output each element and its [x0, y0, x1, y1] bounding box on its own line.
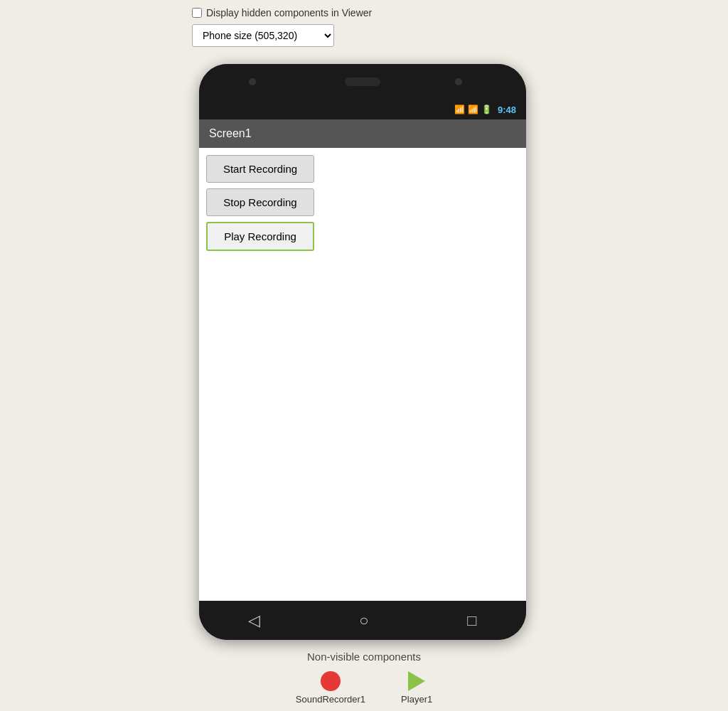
non-visible-title: Non-visible components	[0, 651, 728, 663]
home-nav-icon[interactable]: ○	[359, 611, 368, 630]
non-visible-section: Non-visible components SoundRecorder1 Pl…	[0, 651, 728, 705]
signal-icon: 📶	[468, 105, 478, 114]
phone-speaker-icon	[345, 77, 380, 86]
recent-nav-icon[interactable]: □	[467, 611, 476, 630]
back-nav-icon[interactable]: ◁	[248, 611, 260, 630]
battery-icon: 🔋	[481, 105, 492, 114]
stop-recording-button[interactable]: Stop Recording	[206, 188, 314, 216]
wifi-icon: 📶	[454, 105, 465, 114]
app-title-text: Screen1	[209, 127, 252, 140]
sound-recorder-icon	[321, 671, 341, 691]
player-component: Player1	[401, 671, 432, 705]
status-bar: 📶 📶 🔋 9:48	[199, 100, 526, 119]
status-icons: 📶 📶 🔋 9:48	[454, 105, 516, 115]
checkbox-row: Display hidden components in Viewer	[192, 7, 372, 18]
display-hidden-checkbox[interactable]	[192, 8, 202, 18]
play-recording-button[interactable]: Play Recording	[206, 222, 314, 251]
phone-sensor-icon	[455, 78, 462, 85]
display-hidden-label: Display hidden components in Viewer	[206, 7, 372, 18]
sound-recorder-component: SoundRecorder1	[296, 671, 365, 705]
player-label: Player1	[401, 694, 432, 705]
phone-frame: 📶 📶 🔋 9:48 Screen1 Start Recording Stop …	[199, 64, 526, 640]
phone-camera-icon	[249, 78, 256, 85]
top-controls: Display hidden components in Viewer Phon…	[192, 7, 372, 47]
phone-top-bar	[199, 64, 526, 100]
phone-screen: Start Recording Stop Recording Play Reco…	[199, 148, 526, 601]
size-select[interactable]: Phone size (505,320) Tablet size (1024,7…	[192, 24, 334, 47]
status-time: 9:48	[498, 105, 516, 115]
player-icon	[408, 671, 425, 691]
start-recording-button[interactable]: Start Recording	[206, 155, 314, 183]
phone-nav-bar: ◁ ○ □	[199, 601, 526, 640]
app-title-bar: Screen1	[199, 119, 526, 148]
non-visible-components: SoundRecorder1 Player1	[0, 671, 728, 705]
sound-recorder-label: SoundRecorder1	[296, 694, 365, 705]
